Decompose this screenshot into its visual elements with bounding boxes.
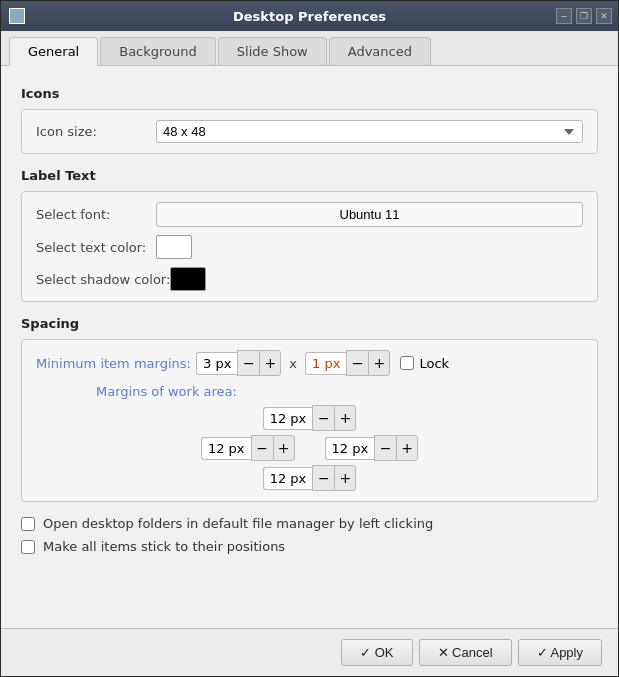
select-font-label: Select font:: [36, 207, 156, 222]
margin-y-value: 1 px: [305, 352, 346, 375]
margin-right-spinner: 12 px − +: [325, 435, 419, 461]
icons-section-title: Icons: [21, 86, 598, 101]
x-separator: x: [289, 356, 297, 371]
label-text-section-title: Label Text: [21, 168, 598, 183]
window-controls: − ❐ ✕: [556, 8, 612, 24]
icon-size-label: Icon size:: [36, 124, 156, 139]
desktop-preferences-window: Desktop Preferences − ❐ ✕ General Backgr…: [0, 0, 619, 677]
shadow-color-label: Select shadow color:: [36, 272, 170, 287]
tab-general[interactable]: General: [9, 37, 98, 66]
spacing-section-group: Minimum item margins: 3 px − + x 1 px − …: [21, 339, 598, 502]
shadow-color-row: Select shadow color:: [36, 267, 583, 291]
margin-bottom-spinner: 12 px − +: [263, 465, 357, 491]
label-text-section-group: Select font: Ubuntu 11 Select text color…: [21, 191, 598, 302]
margin-left-value: 12 px: [201, 437, 251, 460]
min-margins-label: Minimum item margins:: [36, 356, 196, 371]
margin-left-spinner: 12 px − +: [201, 435, 295, 461]
icon-size-row: Icon size: 48 x 48 32 x 32 64 x 64 96 x …: [36, 120, 583, 143]
margin-left-decrement[interactable]: −: [251, 435, 273, 461]
spacing-section-title: Spacing: [21, 316, 598, 331]
margin-bottom-decrement[interactable]: −: [312, 465, 334, 491]
margin-top-decrement[interactable]: −: [312, 405, 334, 431]
ok-button[interactable]: ✓ OK: [341, 639, 412, 666]
margin-x-increment[interactable]: +: [259, 350, 281, 376]
checkbox2-label: Make all items stick to their positions: [43, 539, 285, 554]
content-area: Icons Icon size: 48 x 48 32 x 32 64 x 64…: [1, 66, 618, 628]
margin-y-decrement[interactable]: −: [346, 350, 368, 376]
checkbox2[interactable]: [21, 540, 35, 554]
tab-slideshow[interactable]: Slide Show: [218, 37, 327, 65]
margin-y-spinner: 1 px − +: [305, 350, 390, 376]
work-area-margins: Margins of work area: 12 px − + 12 px − …: [36, 384, 583, 491]
window-icon: [9, 8, 25, 24]
tab-background[interactable]: Background: [100, 37, 216, 65]
margin-right-value: 12 px: [325, 437, 375, 460]
close-button[interactable]: ✕: [596, 8, 612, 24]
margin-bottom-value: 12 px: [263, 467, 313, 490]
margin-x-value: 3 px: [196, 352, 237, 375]
checkbox1-row: Open desktop folders in default file man…: [21, 516, 598, 531]
font-button[interactable]: Ubuntu 11: [156, 202, 583, 227]
text-color-row: Select text color:: [36, 235, 583, 259]
min-margins-row: Minimum item margins: 3 px − + x 1 px − …: [36, 350, 583, 376]
margin-x-spinner: 3 px − +: [196, 350, 281, 376]
checkbox1[interactable]: [21, 517, 35, 531]
apply-button[interactable]: ✓ Apply: [518, 639, 602, 666]
icon-size-dropdown[interactable]: 48 x 48 32 x 32 64 x 64 96 x 96: [156, 120, 583, 143]
margin-bottom-row: 12 px − +: [263, 465, 357, 491]
titlebar: Desktop Preferences − ❐ ✕: [1, 1, 618, 31]
bottom-bar: ✓ OK ✕ Cancel ✓ Apply: [1, 628, 618, 676]
shadow-color-picker[interactable]: [170, 267, 206, 291]
cancel-button[interactable]: ✕ Cancel: [419, 639, 512, 666]
margin-y-increment[interactable]: +: [368, 350, 390, 376]
work-area-label: Margins of work area:: [36, 384, 237, 399]
restore-button[interactable]: ❐: [576, 8, 592, 24]
margin-right-decrement[interactable]: −: [374, 435, 396, 461]
checkbox1-label: Open desktop folders in default file man…: [43, 516, 433, 531]
footer: ✓ OK ✕ Cancel ✓ Apply: [1, 628, 618, 676]
window-title: Desktop Preferences: [233, 9, 386, 24]
text-color-label: Select text color:: [36, 240, 156, 255]
checkbox2-row: Make all items stick to their positions: [21, 539, 598, 554]
icons-section-group: Icon size: 48 x 48 32 x 32 64 x 64 96 x …: [21, 109, 598, 154]
tabs-bar: General Background Slide Show Advanced: [1, 31, 618, 66]
select-font-row: Select font: Ubuntu 11: [36, 202, 583, 227]
text-color-picker[interactable]: [156, 235, 192, 259]
tab-advanced[interactable]: Advanced: [329, 37, 431, 65]
margin-right-increment[interactable]: +: [396, 435, 418, 461]
lock-checkbox[interactable]: [400, 356, 414, 370]
margin-top-spinner: 12 px − +: [263, 405, 357, 431]
margin-bottom-increment[interactable]: +: [334, 465, 356, 491]
margin-x-decrement[interactable]: −: [237, 350, 259, 376]
minimize-button[interactable]: −: [556, 8, 572, 24]
margin-top-row: 12 px − +: [263, 405, 357, 431]
margin-lr-row: 12 px − + 12 px − +: [201, 435, 418, 461]
margin-top-value: 12 px: [263, 407, 313, 430]
margin-top-increment[interactable]: +: [334, 405, 356, 431]
lock-label: Lock: [419, 356, 449, 371]
margin-left-increment[interactable]: +: [273, 435, 295, 461]
